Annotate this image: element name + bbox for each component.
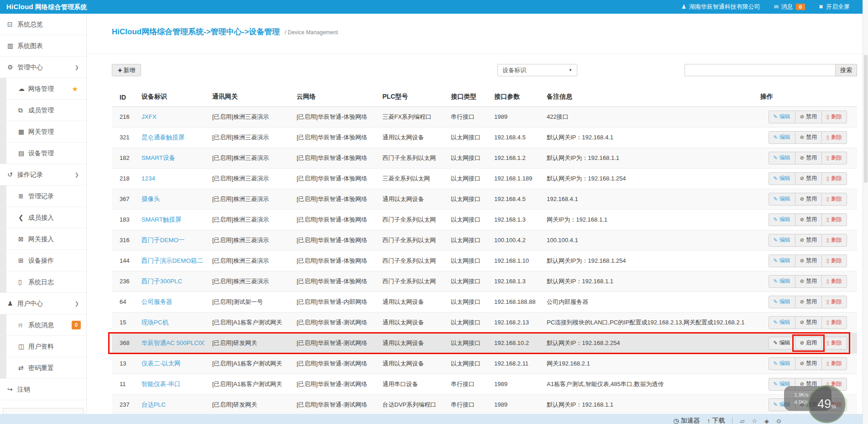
delete-button[interactable]: ▯删除 [821, 316, 847, 329]
disable-button[interactable]: ⊘禁用 [795, 234, 822, 247]
edit-button[interactable]: ✎编辑 [769, 131, 795, 144]
device-name-link[interactable]: 现场PC机 [141, 319, 168, 326]
sidebar-item-management-records[interactable]: ≣管理记录 [0, 186, 86, 207]
edit-icon: ✎ [774, 237, 778, 243]
bottombar-download-button[interactable]: ↑下载 [707, 417, 725, 424]
device-name-link[interactable]: 仪表二-以太网 [141, 360, 181, 367]
sidebar-item-network-management[interactable]: ☁网络管理★ [0, 78, 86, 100]
enable-button[interactable]: ⊘启用 [795, 337, 822, 350]
search-button[interactable]: 搜索 [835, 64, 857, 76]
edit-button[interactable]: ✎编辑 [769, 275, 795, 288]
sidebar-item-system-overview[interactable]: ⊡系统总览 [0, 14, 86, 35]
bottombar-icon[interactable]: ▱ [740, 418, 744, 424]
cell-id: 11 [112, 374, 134, 394]
sidebar-item-system-messages[interactable]: ⍾系统消息0 [0, 314, 86, 336]
bottombar-icon[interactable]: ◈ [764, 418, 769, 424]
disable-button[interactable]: ⊘禁用 [795, 316, 822, 329]
favorite-star-icon[interactable]: ★ [72, 78, 78, 100]
cell-id: 321 [112, 127, 134, 148]
disable-button[interactable]: ⊘禁用 [795, 172, 822, 185]
delete-button[interactable]: ▯删除 [821, 254, 847, 267]
delete-button[interactable]: ▯删除 [821, 357, 847, 370]
sidebar-item-label: 系统消息 [28, 321, 54, 329]
disable-button[interactable]: ⊘禁用 [795, 254, 822, 267]
sidebar-item-member-management[interactable]: ⧉成员管理 [0, 100, 86, 121]
disable-button[interactable]: ⊘禁用 [795, 131, 822, 144]
company-account[interactable]: ♟ 湖南华辰智通科技有限公司 [681, 3, 760, 11]
sidebar-item-device-management[interactable]: ▤设备管理 [0, 143, 86, 164]
sidebar-item-label: 系统图表 [17, 42, 43, 49]
table-row: 368华辰智通AC 500PLC001[已启用]研发网关[已启用]华辰智通-测试… [112, 333, 857, 353]
delete-button[interactable]: ▯删除 [821, 213, 847, 226]
sidebar-item-logout[interactable]: ↪注销 [0, 379, 86, 400]
disable-button[interactable]: ⊘禁用 [795, 296, 822, 308]
delete-button[interactable]: ▯删除 [821, 111, 847, 123]
edit-button[interactable]: ✎编辑 [769, 111, 795, 123]
search-input[interactable] [685, 64, 835, 76]
sidebar-item-gateway-access[interactable]: ⊠网关接入 [0, 228, 86, 250]
edit-button[interactable]: ✎编辑 [769, 254, 795, 267]
sidebar-item-user-profile[interactable]: ◫用户资料 [0, 336, 86, 357]
disable-button[interactable]: ⊘禁用 [795, 152, 822, 164]
disable-button[interactable]: ⊘禁用 [795, 275, 822, 288]
device-name-link[interactable]: JXFX [141, 113, 157, 120]
scrollbar-thumb[interactable] [864, 55, 868, 183]
share-icon: ❮ [18, 207, 28, 228]
device-name-link[interactable]: 1234 [141, 175, 155, 182]
device-name-link[interactable]: 西门子演示DEMO箱二 [141, 257, 203, 264]
disable-button[interactable]: ⊘禁用 [795, 193, 822, 206]
bottombar-icon[interactable]: ⊙ [776, 418, 781, 424]
delete-button[interactable]: ▯删除 [821, 337, 847, 350]
device-name-link[interactable]: 公司服务器 [141, 298, 173, 305]
sidebar-item-gateway-management[interactable]: ▦网关管理 [0, 121, 86, 143]
sidebar-item-management-center[interactable]: ⚙管理中心❯ [0, 57, 86, 78]
device-name-link[interactable]: 摄像头 [141, 196, 160, 202]
delete-button[interactable]: ▯删除 [821, 172, 847, 185]
bottombar-icon[interactable]: ☆ [752, 418, 757, 424]
device-name-link[interactable]: 西门子300PLC [141, 278, 182, 285]
device-name-link[interactable]: SMART设备 [141, 154, 175, 161]
delete-button[interactable]: ▯删除 [821, 131, 847, 144]
percentage-overlay[interactable]: 49 % [808, 385, 846, 423]
edit-button[interactable]: ✎编辑 [769, 234, 795, 247]
device-name-link[interactable]: 昆仑通泰触摸屏 [141, 134, 185, 141]
scrollbar[interactable] [863, 0, 868, 424]
edit-button[interactable]: ✎编辑 [769, 316, 795, 329]
edit-button[interactable]: ✎编辑 [769, 172, 795, 185]
sidebar-item-password-reset[interactable]: ⇄密码重置 [0, 357, 86, 379]
cell-id: 183 [112, 209, 134, 230]
delete-button[interactable]: ▯删除 [821, 234, 847, 247]
delete-button[interactable]: ▯删除 [821, 296, 847, 308]
sidebar-item-user-center[interactable]: ♟用户中心❯ [0, 293, 86, 314]
bottombar-accelerator-button[interactable]: ◷加速器 [673, 417, 700, 424]
add-device-button[interactable]: ✚新增 [112, 64, 141, 76]
edit-button[interactable]: ✎编辑 [769, 296, 795, 308]
disable-button[interactable]: ⊘禁用 [795, 111, 822, 123]
messages-button[interactable]: ✉ 消息 0 [774, 3, 805, 11]
sidebar-item-operation-records[interactable]: ↺操作记录❯ [0, 164, 86, 186]
sidebar-item-member-access[interactable]: ❮成员接入 [0, 207, 86, 228]
sidebar-item-system-charts[interactable]: ▥系统图表 [0, 35, 86, 57]
edit-button[interactable]: ✎编辑 [769, 152, 795, 164]
edit-icon: ✎ [774, 402, 778, 408]
cell-interface-param: 192.168.10.2 [486, 333, 539, 353]
fullscreen-button[interactable]: ✖ 开启全屏 [819, 3, 850, 11]
device-name-link[interactable]: 智能仪表-串口 [141, 381, 181, 387]
disable-button[interactable]: ⊘禁用 [795, 213, 822, 226]
sidebar-item-system-logs[interactable]: ▯系统日志 [0, 271, 86, 293]
edit-button[interactable]: ✎编辑 [769, 213, 795, 226]
device-name-link[interactable]: 华辰智通AC 500PLC001 [141, 339, 204, 346]
filter-field-select[interactable]: 设备标识 ▼ [497, 64, 577, 76]
sidebar-item-device-operations[interactable]: ⊞设备操作 [0, 250, 86, 271]
delete-button[interactable]: ▯删除 [821, 275, 847, 288]
edit-button[interactable]: ✎编辑 [769, 357, 795, 370]
device-name-link[interactable]: 台达PLC [141, 401, 166, 408]
device-name-link[interactable]: SMART触摸屏 [141, 216, 182, 223]
delete-button[interactable]: ▯删除 [821, 152, 847, 164]
edit-button[interactable]: ✎编辑 [769, 337, 795, 350]
disable-button[interactable]: ⊘禁用 [795, 357, 822, 370]
edit-button[interactable]: ✎编辑 [769, 193, 795, 206]
delete-button[interactable]: ▯删除 [821, 193, 847, 206]
device-name-link[interactable]: 西门子DEMO一 [141, 237, 185, 244]
column-header: 接口类型 [443, 89, 486, 106]
